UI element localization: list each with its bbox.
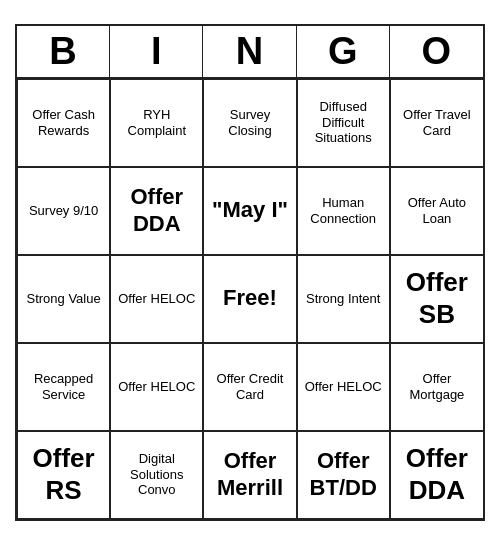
bingo-cell: Offer Merrill — [203, 431, 296, 519]
bingo-cell: Human Connection — [297, 167, 390, 255]
bingo-cell: Strong Intent — [297, 255, 390, 343]
bingo-cell: Survey 9/10 — [17, 167, 110, 255]
bingo-cell: Strong Value — [17, 255, 110, 343]
bingo-grid: Offer Cash RewardsRYH ComplaintSurvey Cl… — [17, 79, 483, 519]
header-letter: G — [297, 26, 390, 77]
bingo-cell: Survey Closing — [203, 79, 296, 167]
header-letter: O — [390, 26, 483, 77]
bingo-header: BINGO — [17, 26, 483, 79]
bingo-cell: "May I" — [203, 167, 296, 255]
bingo-cell: Offer DDA — [390, 431, 483, 519]
bingo-cell: Offer DDA — [110, 167, 203, 255]
bingo-cell: Digital Solutions Convo — [110, 431, 203, 519]
bingo-cell: RYH Complaint — [110, 79, 203, 167]
bingo-cell: Offer Travel Card — [390, 79, 483, 167]
header-letter: N — [203, 26, 296, 77]
bingo-cell: Offer SB — [390, 255, 483, 343]
bingo-cell: Offer Mortgage — [390, 343, 483, 431]
bingo-cell: Free! — [203, 255, 296, 343]
bingo-cell: Offer HELOC — [110, 343, 203, 431]
bingo-cell: Offer Cash Rewards — [17, 79, 110, 167]
bingo-cell: Diffused Difficult Situations — [297, 79, 390, 167]
bingo-cell: Offer Credit Card — [203, 343, 296, 431]
bingo-cell: Offer HELOC — [110, 255, 203, 343]
header-letter: B — [17, 26, 110, 77]
bingo-cell: Offer RS — [17, 431, 110, 519]
bingo-card: BINGO Offer Cash RewardsRYH ComplaintSur… — [15, 24, 485, 521]
header-letter: I — [110, 26, 203, 77]
bingo-cell: Offer BT/DD — [297, 431, 390, 519]
bingo-cell: Recapped Service — [17, 343, 110, 431]
bingo-cell: Offer Auto Loan — [390, 167, 483, 255]
bingo-cell: Offer HELOC — [297, 343, 390, 431]
